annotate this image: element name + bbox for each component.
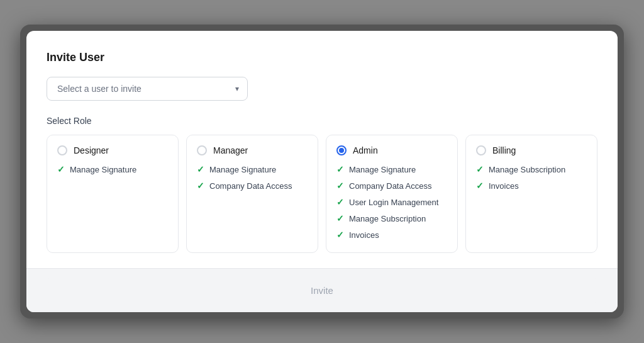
check-icon: ✓ [197,181,204,191]
permission-label: Manage Subscription [349,214,426,223]
check-icon: ✓ [197,164,204,174]
role-card-billing[interactable]: Billing✓Manage Subscription✓Invoices [465,135,597,253]
user-select-wrapper: Select a user to invite ▾ [47,77,597,101]
role-card-admin[interactable]: Admin✓Manage Signature✓Company Data Acce… [326,135,458,253]
check-icon: ✓ [476,164,484,174]
check-icon: ✓ [57,164,65,174]
role-header-manager: Manager [197,145,308,155]
check-icon: ✓ [476,181,484,191]
permission-label: Manage Signature [349,165,416,174]
permission-label: User Login Management [349,198,438,207]
check-icon: ✓ [336,213,344,223]
permission-item: ✓Manage Subscription [336,213,447,223]
radio-billing[interactable] [476,145,486,155]
roles-grid: Designer✓Manage SignatureManager✓Manage … [47,135,597,253]
modal: Invite User Select a user to invite ▾ Se… [26,31,618,312]
permission-item: ✓Company Data Access [197,181,308,191]
permission-item: ✓Invoices [476,181,587,191]
radio-designer[interactable] [57,145,67,155]
permission-item: ✓Manage Subscription [476,164,587,174]
role-name-billing: Billing [492,145,516,155]
permission-label: Manage Subscription [489,165,565,174]
check-icon: ✓ [336,197,344,207]
check-icon: ✓ [336,230,344,240]
permission-label: Company Data Access [209,181,292,191]
role-header-admin: Admin [336,145,447,155]
permission-item: ✓Manage Signature [197,164,308,174]
check-icon: ✓ [336,164,344,174]
role-name-manager: Manager [213,145,248,155]
permission-label: Company Data Access [349,181,432,191]
role-header-billing: Billing [476,145,587,155]
role-header-designer: Designer [57,145,168,155]
role-name-admin: Admin [353,145,378,155]
user-select-dropdown[interactable]: Select a user to invite [47,77,248,101]
permission-item: ✓Manage Signature [336,164,447,174]
role-card-designer[interactable]: Designer✓Manage Signature [47,135,179,253]
modal-title: Invite User [47,51,597,64]
role-name-designer: Designer [74,145,109,155]
invite-button[interactable]: Invite [47,278,597,303]
select-role-label: Select Role [47,116,597,126]
permission-label: Invoices [489,181,519,191]
permission-label: Invoices [349,230,379,240]
invite-footer: Invite [26,268,618,312]
permission-item: ✓Manage Signature [57,164,168,174]
user-select-container: Select a user to invite ▾ [47,77,248,101]
radio-admin[interactable] [336,145,347,155]
permission-label: Manage Signature [209,165,276,174]
permission-item: ✓Invoices [336,230,447,240]
modal-wrapper: Invite User Select a user to invite ▾ Se… [20,25,624,318]
permission-label: Manage Signature [70,165,136,174]
permission-item: ✓User Login Management [336,197,447,207]
permission-item: ✓Company Data Access [336,181,447,191]
role-card-manager[interactable]: Manager✓Manage Signature✓Company Data Ac… [186,135,318,253]
radio-manager[interactable] [197,145,207,155]
check-icon: ✓ [336,181,344,191]
